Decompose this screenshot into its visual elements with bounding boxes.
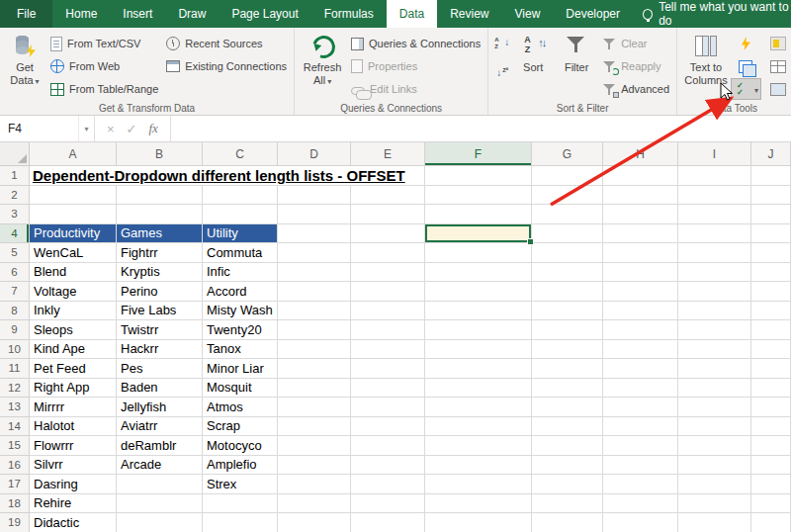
cell-F13[interactable] [425, 398, 532, 417]
cell-G16[interactable] [532, 456, 603, 476]
cell-H6[interactable] [603, 263, 678, 283]
cell-B16[interactable]: Arcade [117, 456, 203, 476]
cell-E15[interactable] [351, 436, 425, 456]
cell-I1[interactable] [678, 166, 751, 186]
cell-I5[interactable] [678, 243, 751, 263]
cell-J16[interactable] [751, 456, 791, 476]
row-header-9[interactable]: 9 [0, 320, 30, 340]
column-header-F[interactable]: F [425, 142, 532, 166]
cell-C7[interactable]: Accord [203, 282, 278, 302]
cell-H12[interactable] [603, 379, 678, 399]
cell-G19[interactable] [532, 513, 603, 532]
cell-D2[interactable] [278, 186, 351, 206]
cell-B5[interactable]: Fightrr [117, 243, 203, 263]
column-header-E[interactable]: E [351, 142, 425, 166]
cell-J1[interactable] [751, 166, 791, 186]
cell-J5[interactable] [751, 243, 791, 263]
cell-E14[interactable] [351, 417, 425, 437]
cell-D5[interactable] [278, 243, 351, 263]
cell-D3[interactable] [278, 205, 351, 224]
cell-F4[interactable] [425, 224, 532, 244]
sort-descending-button[interactable] [491, 56, 511, 76]
cell-J4[interactable] [751, 224, 791, 244]
cell-D19[interactable] [278, 513, 351, 532]
row-header-11[interactable]: 11 [0, 359, 30, 379]
cell-J13[interactable] [751, 398, 791, 417]
cell-F2[interactable] [425, 186, 532, 206]
cell-F18[interactable] [425, 494, 532, 514]
row-header-19[interactable]: 19 [0, 513, 30, 532]
cell-I7[interactable] [678, 282, 751, 302]
cell-A1[interactable]: Dependent-Dropdown different length list… [30, 166, 117, 186]
cell-I15[interactable] [678, 436, 751, 456]
cell-D14[interactable] [278, 417, 351, 437]
from-web-button[interactable]: From Web [46, 56, 162, 76]
ribbon-tab-draw[interactable]: Draw [165, 0, 219, 28]
cell-E12[interactable] [351, 379, 425, 399]
cell-G4[interactable] [532, 224, 603, 244]
cell-J9[interactable] [751, 320, 791, 340]
column-header-A[interactable]: A [30, 142, 117, 166]
cell-E8[interactable] [351, 302, 425, 321]
cell-F1[interactable] [425, 166, 532, 186]
ribbon-edge-button-2[interactable] [768, 56, 788, 76]
cell-G17[interactable] [532, 475, 603, 494]
reapply-filter-button[interactable]: Reapply [598, 56, 673, 76]
cell-H14[interactable] [603, 417, 678, 437]
cell-G3[interactable] [532, 205, 603, 224]
cell-F6[interactable] [425, 263, 532, 283]
cell-F19[interactable] [425, 513, 532, 532]
cell-B11[interactable]: Pes [117, 359, 203, 379]
cell-G8[interactable] [532, 302, 603, 321]
cell-C10[interactable]: Tanox [203, 340, 278, 360]
row-header-17[interactable]: 17 [0, 475, 30, 494]
cell-J18[interactable] [751, 494, 791, 514]
cell-E10[interactable] [351, 340, 425, 360]
cell-D11[interactable] [278, 359, 351, 379]
cell-I11[interactable] [678, 359, 751, 379]
cell-E6[interactable] [351, 263, 425, 283]
cell-B10[interactable]: Hackrr [117, 340, 203, 360]
cell-H9[interactable] [603, 320, 678, 340]
ribbon-edge-button-1[interactable] [768, 34, 788, 53]
cell-C3[interactable] [203, 205, 278, 224]
cell-E18[interactable] [351, 494, 425, 514]
cell-B14[interactable]: Aviatrr [117, 417, 203, 437]
cell-I3[interactable] [678, 205, 751, 224]
cell-F10[interactable] [425, 340, 532, 360]
cell-D7[interactable] [278, 282, 351, 302]
cell-E11[interactable] [351, 359, 425, 379]
cell-F9[interactable] [425, 320, 532, 340]
cell-A10[interactable]: Kind Ape [30, 340, 117, 360]
ribbon-tab-home[interactable]: Home [52, 0, 110, 28]
cell-G6[interactable] [532, 263, 603, 283]
row-header-13[interactable]: 13 [0, 398, 30, 417]
cell-C15[interactable]: Motocyco [203, 436, 278, 456]
cell-I12[interactable] [678, 379, 751, 399]
cell-D12[interactable] [278, 379, 351, 399]
cell-B8[interactable]: Five Labs [117, 302, 203, 321]
cell-F17[interactable] [425, 475, 532, 494]
cell-B19[interactable] [117, 513, 203, 532]
cell-D4[interactable] [278, 224, 351, 244]
cell-H16[interactable] [603, 456, 678, 476]
cell-B9[interactable]: Twistrr [117, 320, 203, 340]
cell-I6[interactable] [678, 263, 751, 283]
recent-sources-button[interactable]: Recent Sources [162, 34, 291, 53]
cell-G13[interactable] [532, 398, 603, 417]
ribbon-tab-review[interactable]: Review [437, 0, 501, 28]
data-validation-button[interactable] [732, 79, 760, 99]
cell-I14[interactable] [678, 417, 751, 437]
row-header-5[interactable]: 5 [0, 243, 30, 263]
cell-A8[interactable]: Inkly [30, 302, 117, 321]
cell-B4[interactable]: Games [117, 224, 203, 244]
ribbon-tab-page-layout[interactable]: Page Layout [219, 0, 310, 28]
column-header-B[interactable]: B [117, 142, 203, 166]
cell-J15[interactable] [751, 436, 791, 456]
cell-I9[interactable] [678, 320, 751, 340]
cell-I17[interactable] [678, 475, 751, 494]
cell-E19[interactable] [351, 513, 425, 532]
row-header-7[interactable]: 7 [0, 282, 30, 302]
cell-B13[interactable]: Jellyfish [117, 398, 203, 417]
edit-links-button[interactable]: Edit Links [347, 79, 484, 99]
